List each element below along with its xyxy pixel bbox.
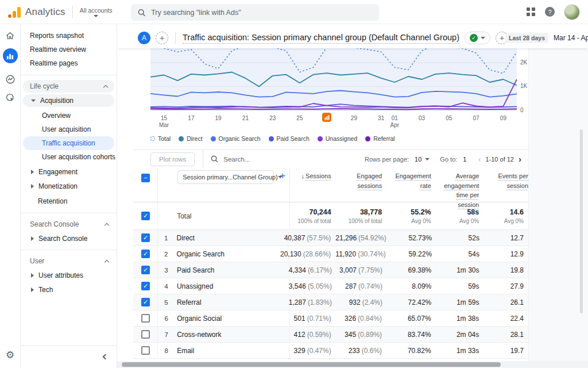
- sidebar-item-retention[interactable]: Retention: [21, 194, 117, 208]
- legend-item[interactable]: Direct: [179, 135, 202, 142]
- legend-label: Organic Search: [219, 135, 261, 142]
- sidebar-item-acquisition[interactable]: Acquisition: [23, 94, 114, 107]
- account-switcher-label: All accounts: [80, 7, 113, 14]
- channel-name: Referral: [175, 298, 289, 306]
- report-title[interactable]: Traffic acquisition: Session primary cha…: [183, 33, 459, 44]
- nav-label: User attributes: [38, 271, 83, 279]
- row-checkbox[interactable]: ✓: [141, 298, 150, 306]
- legend-item[interactable]: Organic Search: [211, 135, 261, 142]
- help-icon[interactable]: ?: [545, 7, 555, 17]
- chart-plot-svg: [150, 48, 517, 111]
- sidebar-item-traffic-acquisition[interactable]: Traffic acquisition: [23, 136, 114, 150]
- cell-engaged-sessions: 11,920(30.74%): [335, 250, 388, 258]
- expand-arrow-icon: [31, 99, 36, 102]
- table-row: 8Email329(0.47%)233(0.6%)70.82%1m 33s19.…: [133, 343, 528, 359]
- goto-label: Go to:: [440, 156, 457, 163]
- plot-rows-button[interactable]: Plot rows: [150, 152, 195, 166]
- admin-gear-icon[interactable]: ⚙: [6, 349, 14, 361]
- select-all-checkbox[interactable]: −: [141, 174, 150, 182]
- report-avatar[interactable]: A: [138, 32, 150, 44]
- row-checkbox[interactable]: ✓: [141, 282, 150, 290]
- cell-avg-engagement-time: 1m 30s: [436, 266, 483, 274]
- legend-item[interactable]: Referral: [365, 135, 394, 142]
- dimension-selector-label: Session primary...Channel Group): [183, 174, 277, 181]
- chevron-down-icon[interactable]: [425, 158, 430, 160]
- sidebar-item-overview[interactable]: Overview: [21, 109, 117, 122]
- row-checkbox[interactable]: ✓: [141, 266, 150, 274]
- y-axis-tick: 1K: [520, 83, 527, 89]
- horizontal-scrollbar-thumb[interactable]: [122, 362, 501, 367]
- row-checkbox[interactable]: [141, 314, 150, 323]
- column-header-sessions[interactable]: ↓Sessions: [289, 168, 336, 202]
- cell-events-per-session: 22.4: [483, 315, 528, 323]
- sidebar-item-search-console[interactable]: Search Console: [23, 232, 114, 245]
- explore-icon[interactable]: [3, 72, 17, 86]
- table-header: − Session primary...Channel Group) + ↓Se…: [133, 168, 528, 202]
- table-search[interactable]: [211, 155, 287, 163]
- cell-engagement-rate: 8.09%: [387, 282, 436, 290]
- column-header-events-per-session[interactable]: Events per session: [483, 168, 528, 202]
- row-checkbox[interactable]: [141, 346, 150, 355]
- row-checkbox[interactable]: [141, 330, 150, 339]
- sidebar-item-monetization[interactable]: Monetization: [23, 180, 114, 193]
- row-number: 4: [158, 283, 175, 290]
- total-time: 58s: [467, 208, 479, 216]
- rows-per-page-value[interactable]: 10: [415, 156, 421, 163]
- column-header-engaged-sessions[interactable]: Engaged sessions: [336, 168, 386, 202]
- total-engaged: 38,778: [360, 208, 382, 216]
- reports-icon[interactable]: [3, 48, 18, 63]
- sidebar-item-user-acquisition-cohorts[interactable]: User acquisition cohorts: [21, 150, 117, 164]
- column-header-engagement-rate[interactable]: Engagement rate: [386, 168, 436, 202]
- row-number: 6: [158, 315, 175, 322]
- vertical-scrollbar[interactable]: [580, 129, 583, 313]
- sidebar-item-realtime-pages[interactable]: Realtime pages: [21, 56, 117, 70]
- legend-item[interactable]: Paid Search: [269, 135, 310, 142]
- advertising-icon[interactable]: [3, 91, 17, 105]
- goto-value[interactable]: 1: [463, 156, 466, 163]
- total-label: Total: [175, 212, 289, 220]
- report-header: A + Traffic acquisition: Session primary…: [117, 28, 588, 48]
- column-header-avg-engagement-time[interactable]: Average engagement time per session: [436, 168, 484, 202]
- legend-item[interactable]: Total: [150, 135, 171, 142]
- section-user[interactable]: User: [21, 255, 117, 267]
- legend-dot-icon: [365, 136, 370, 141]
- next-page-icon[interactable]: ›: [519, 154, 521, 164]
- insight-badge[interactable]: [322, 113, 331, 122]
- sidebar-item-realtime-overview[interactable]: Realtime overview: [21, 43, 117, 56]
- sidebar-item-user-acquisition[interactable]: User acquisition: [21, 122, 117, 136]
- add-comparison-icon[interactable]: +: [156, 32, 168, 44]
- dimension-selector[interactable]: Session primary...Channel Group): [177, 170, 274, 184]
- cell-avg-engagement-time: 1m 38s: [436, 315, 484, 323]
- section-search-console[interactable]: Search Console: [21, 218, 117, 231]
- user-avatar[interactable]: [564, 4, 580, 20]
- search-icon: [138, 9, 145, 17]
- search-icon: [211, 155, 218, 163]
- collapse-drawer-icon[interactable]: [103, 354, 109, 360]
- report-status-badge[interactable]: ✓: [465, 32, 490, 44]
- section-life-cycle[interactable]: Life cycle: [23, 80, 114, 93]
- sidebar-item-reports-snapshot[interactable]: Reports snapshot: [21, 29, 117, 43]
- table-row: ✓4Unassigned3,546(5.05%)287(0.74%)8.09%5…: [133, 278, 528, 294]
- sidebar-item-user-attributes[interactable]: User attributes: [23, 269, 114, 282]
- legend-item[interactable]: Unassigned: [318, 135, 357, 142]
- nav-label: Search Console: [38, 235, 87, 243]
- sidebar-item-tech[interactable]: Tech: [23, 283, 114, 296]
- cell-engagement-rate: 59.22%: [388, 250, 436, 258]
- apps-grid-icon[interactable]: [527, 7, 536, 17]
- row-checkbox[interactable]: ✓: [141, 250, 150, 258]
- account-switcher[interactable]: All accounts: [80, 7, 113, 17]
- brand-title: Analytics: [25, 6, 65, 18]
- date-range-picker[interactable]: Mar 14 - Apr 10, 2023: [554, 34, 588, 42]
- add-dimension-icon[interactable]: +: [280, 170, 285, 182]
- legend-label: Referral: [373, 135, 394, 142]
- sidebar-item-engagement[interactable]: Engagement: [23, 166, 114, 178]
- global-search-input[interactable]: [151, 9, 372, 17]
- cell-engaged-sessions: 21,296(54.92%): [335, 234, 388, 242]
- row-checkbox[interactable]: ✓: [141, 233, 150, 242]
- global-search[interactable]: [131, 4, 379, 21]
- table-search-input[interactable]: [223, 156, 287, 163]
- cell-engaged-sessions: 932(2.4%): [336, 298, 387, 306]
- total-checkbox[interactable]: ✓: [141, 212, 150, 220]
- home-icon[interactable]: [3, 29, 17, 43]
- cell-avg-engagement-time: 1m 59s: [436, 298, 483, 306]
